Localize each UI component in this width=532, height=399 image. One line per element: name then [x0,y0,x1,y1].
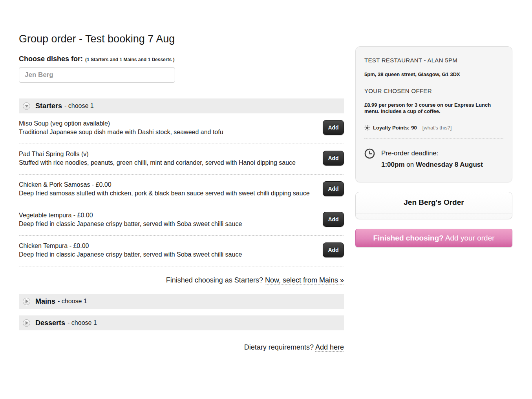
clock-icon [364,148,375,160]
loyalty-points-value: 90 [411,125,417,131]
menu-item: Miso Soup (veg option available) Traditi… [19,113,344,144]
loyalty-sun-icon [364,125,370,131]
booking-sidebar: TEST RESTAURANT - ALAN 5PM 5pm, 38 queen… [355,46,512,247]
offer-text: £8.99 per person for 3 course on our Exp… [364,102,503,115]
course-count-hint: (1 Starters and 1 Mains and 1 Desserts ) [85,57,174,62]
dish-description: Deep fried in classic Japanese crispy ba… [19,220,313,228]
chevron-down-icon[interactable] [23,102,30,110]
menu-item: Chicken & Pork Samosas - £0.00 Deep frie… [19,175,344,205]
section-name-mains: Mains [35,297,55,306]
loyalty-points-row: Loyalty Points: 90 [what's this?] [364,125,503,131]
choose-dishes-label: Choose dishes for: [19,55,83,63]
restaurant-title: TEST RESTAURANT - ALAN 5PM [364,57,503,64]
finished-starters-text: Finished choosing as Starters? [166,276,263,284]
guest-order-box: Jen Berg's Order [355,192,512,219]
section-name-desserts: Desserts [35,319,65,327]
booking-info-box: TEST RESTAURANT - ALAN 5PM 5pm, 38 queen… [355,46,512,182]
section-choose-count: - choose 1 [68,319,97,326]
menu-item: Chicken Tempura - £0.00 Deep fried in cl… [19,236,344,266]
dish-description: Deep fried in classic Japanese crispy ba… [19,250,313,259]
section-header-mains[interactable]: Mains - choose 1 [19,294,344,309]
page-title: Group order - Test booking 7 Aug [19,33,344,45]
guest-order-empty-body [356,213,512,219]
select-mains-link[interactable]: Now, select from Mains » [265,276,344,284]
guest-name-input[interactable] [19,67,175,83]
chevron-right-icon[interactable] [23,319,30,327]
add-your-order-button[interactable]: Finished choosing?Add your order [355,229,512,247]
dish-title: Chicken Tempura - £0.00 [19,242,313,250]
dish-title: Vegetable tempura - £0.00 [19,211,313,219]
dish-title: Pad Thai Spring Rolls (v) [19,150,313,158]
starters-menu-list: Miso Soup (veg option available) Traditi… [19,113,344,266]
dish-description: Traditional Japanese soup dish made with… [19,128,313,136]
section-header-starters[interactable]: Starters - choose 1 [19,98,344,113]
dietary-requirements-row: Dietary requirements? Add here [19,343,344,352]
dietary-add-here-link[interactable]: Add here [315,343,344,352]
loyalty-points-label: Loyalty Points: [373,125,410,131]
choose-dishes-row: Choose dishes for:(1 Starters and 1 Main… [19,55,344,64]
add-dish-button[interactable]: Add [323,181,344,196]
sidebar-divider [364,138,503,139]
menu-item: Pad Thai Spring Rolls (v) Stuffed with r… [19,144,344,175]
add-dish-button[interactable]: Add [323,242,344,257]
section-name-starters: Starters [35,102,62,110]
chevron-right-icon[interactable] [23,298,30,305]
menu-column: Group order - Test booking 7 Aug Choose … [19,33,344,352]
finished-starters-row: Finished choosing as Starters? Now, sele… [19,276,344,284]
add-dish-button[interactable]: Add [323,151,344,166]
guest-order-title: Jen Berg's Order [356,192,512,213]
add-dish-button[interactable]: Add [323,120,344,135]
preorder-deadline-row: Pre-order deadline: 1:00pm on Wednesday … [364,148,503,170]
offer-heading: YOUR CHOSEN OFFER [364,87,503,94]
dish-title: Chicken & Pork Samosas - £0.00 [19,180,313,189]
dish-title: Miso Soup (veg option available) [19,119,313,128]
section-choose-count: - choose 1 [64,102,94,109]
add-dish-button[interactable]: Add [323,212,344,227]
section-header-desserts[interactable]: Desserts - choose 1 [19,315,344,330]
dish-description: Deep fried samosas stuffed with chicken,… [19,189,313,197]
booking-details: 5pm, 38 queen street, Glasgow, G1 3DX [364,71,503,77]
loyalty-whats-this-link[interactable]: [what's this?] [422,125,452,131]
deadline-value: 1:00pm on Wednesday 8 August [381,159,483,170]
dish-description: Stuffed with rice noodles, peanuts, gree… [19,159,313,167]
section-choose-count: - choose 1 [58,298,87,305]
menu-item: Vegetable tempura - £0.00 Deep fried in … [19,205,344,236]
deadline-label: Pre-order deadline: [381,148,483,159]
dietary-requirements-text: Dietary requirements? [244,343,314,351]
